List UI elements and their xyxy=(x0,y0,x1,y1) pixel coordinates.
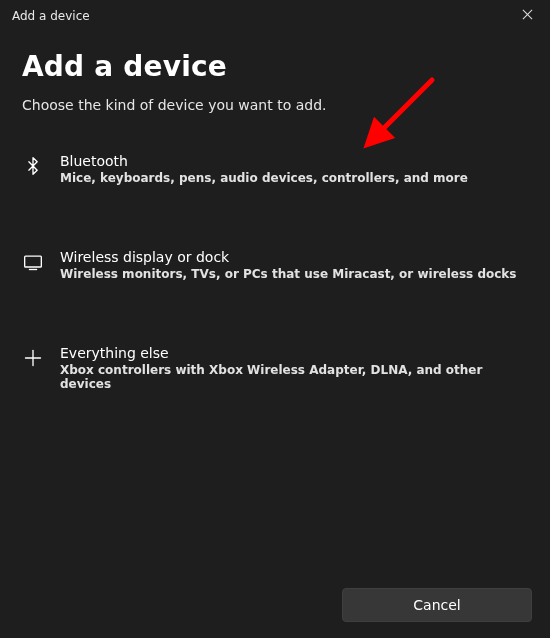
titlebar-title: Add a device xyxy=(12,9,90,23)
option-title: Bluetooth xyxy=(60,153,528,169)
titlebar: Add a device xyxy=(0,0,550,32)
option-text: Bluetooth Mice, keyboards, pens, audio d… xyxy=(60,153,528,185)
cancel-button-label: Cancel xyxy=(413,597,460,613)
option-desc: Xbox controllers with Xbox Wireless Adap… xyxy=(60,363,528,391)
device-option-list: Bluetooth Mice, keyboards, pens, audio d… xyxy=(22,141,528,443)
option-desc: Mice, keyboards, pens, audio devices, co… xyxy=(60,171,528,185)
close-icon xyxy=(522,9,533,23)
option-bluetooth[interactable]: Bluetooth Mice, keyboards, pens, audio d… xyxy=(22,141,528,197)
dialog-content: Add a device Choose the kind of device y… xyxy=(0,32,550,443)
option-everything-else[interactable]: Everything else Xbox controllers with Xb… xyxy=(22,333,528,403)
option-wireless-display[interactable]: Wireless display or dock Wireless monito… xyxy=(22,237,528,293)
page-title: Add a device xyxy=(22,50,528,83)
option-text: Wireless display or dock Wireless monito… xyxy=(60,249,528,281)
cancel-button[interactable]: Cancel xyxy=(342,588,532,622)
option-desc: Wireless monitors, TVs, or PCs that use … xyxy=(60,267,528,281)
dialog-footer: Cancel xyxy=(342,588,532,622)
option-text: Everything else Xbox controllers with Xb… xyxy=(60,345,528,391)
bluetooth-icon xyxy=(22,155,44,177)
monitor-icon xyxy=(22,251,44,273)
svg-rect-2 xyxy=(25,256,42,267)
option-title: Everything else xyxy=(60,345,528,361)
plus-icon xyxy=(22,347,44,369)
option-title: Wireless display or dock xyxy=(60,249,528,265)
close-button[interactable] xyxy=(504,0,550,32)
page-subtitle: Choose the kind of device you want to ad… xyxy=(22,97,528,113)
